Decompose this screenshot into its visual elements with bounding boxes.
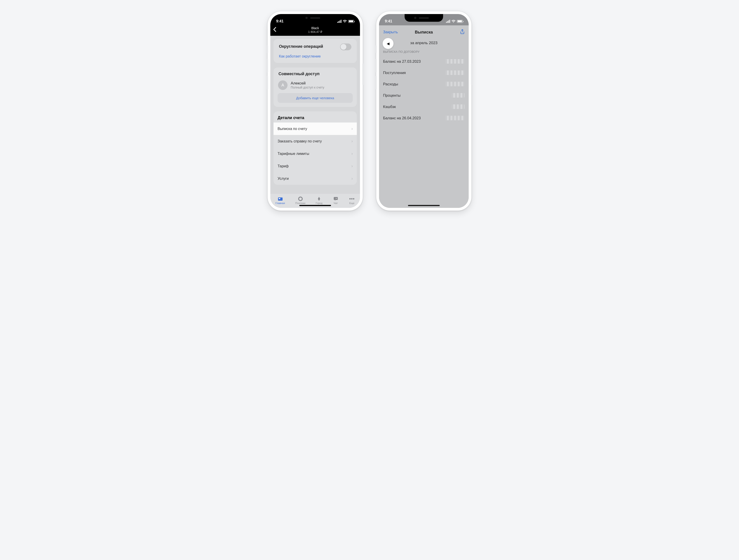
- notch: [296, 14, 334, 22]
- tab-home[interactable]: Главная: [276, 196, 285, 204]
- row-label: Баланс на 26.04.2023: [383, 116, 421, 120]
- chevron-right-icon: ›: [351, 151, 353, 156]
- blurred-value: [451, 104, 465, 109]
- side-button: [267, 59, 268, 73]
- row-expenses: Расходы: [379, 78, 469, 90]
- sheet-nav: Закрыть Выписка: [379, 27, 469, 38]
- item-label: Услуги: [278, 177, 289, 181]
- status-icons: [337, 20, 354, 23]
- battery-icon: [457, 20, 463, 23]
- home-indicator[interactable]: [408, 205, 440, 206]
- svg-rect-4: [335, 198, 337, 198]
- chevron-right-icon: ›: [351, 164, 353, 168]
- wifi-icon: [451, 20, 456, 23]
- side-button: [267, 76, 268, 90]
- phone-right: 9:41 Закрыть Выписка ◀ за апрель 2023 Вы…: [376, 11, 471, 211]
- tab-more[interactable]: Еще: [349, 196, 355, 204]
- side-button: [267, 45, 268, 53]
- row-balance-start: Баланс на 27.03.2023: [379, 56, 469, 67]
- shared-access-card: Совместный доступ А Алексей Полный досту…: [274, 67, 357, 107]
- row-cashback: Кэшбэк: [379, 101, 469, 112]
- tab-label: Еще: [349, 202, 354, 204]
- rounding-title: Округление операций: [279, 44, 323, 49]
- back-button[interactable]: [273, 26, 276, 33]
- notch: [405, 14, 443, 22]
- svg-rect-5: [349, 198, 351, 199]
- tab-payments[interactable]: Платежи: [295, 196, 305, 204]
- wifi-icon: [343, 20, 347, 23]
- svg-rect-6: [351, 198, 352, 199]
- row-label: Проценты: [383, 93, 401, 98]
- svg-rect-1: [279, 198, 280, 199]
- prev-period-button[interactable]: ◀: [383, 38, 394, 49]
- row-income: Поступления: [379, 67, 469, 78]
- home-indicator[interactable]: [299, 205, 331, 206]
- more-icon: [349, 196, 355, 201]
- status-time: 9:41: [385, 19, 392, 23]
- home-icon: [277, 196, 283, 201]
- user-role: Полный доступ к счету: [291, 86, 324, 89]
- row-interest: Проценты: [379, 90, 469, 101]
- close-button[interactable]: Закрыть: [383, 30, 398, 34]
- battery-icon: [348, 20, 354, 23]
- screen-left: 9:41 Black 1 804,47 ₽ Округление операци…: [270, 14, 360, 208]
- side-button: [471, 63, 472, 85]
- item-label: Тарифные лимиты: [278, 152, 309, 156]
- details-item-tariff[interactable]: Тариф ›: [274, 160, 357, 172]
- phone-left: 9:41 Black 1 804,47 ₽ Округление операци…: [268, 11, 363, 211]
- row-balance-end: Баланс на 26.04.2023: [379, 112, 469, 124]
- signal-icon: [446, 20, 450, 23]
- tab-label: Платежи: [295, 202, 305, 204]
- row-label: Расходы: [383, 82, 398, 86]
- blurred-value: [451, 93, 465, 98]
- statement-rows: Баланс на 27.03.2023 Поступления Расходы…: [379, 56, 469, 208]
- rounding-help-link[interactable]: Как работает округление: [278, 53, 353, 59]
- header-balance: 1 804,47 ₽: [274, 30, 357, 33]
- row-label: Кэшбэк: [383, 105, 396, 109]
- blurred-value: [445, 116, 465, 120]
- svg-point-2: [299, 197, 302, 200]
- status-time: 9:41: [276, 19, 283, 23]
- tab-city[interactable]: Город: [316, 196, 322, 204]
- row-label: Поступления: [383, 71, 406, 75]
- tab-label: Главная: [276, 202, 285, 204]
- shared-user[interactable]: А Алексей Полный доступ к счету: [278, 79, 353, 93]
- item-label: Тариф: [278, 164, 289, 168]
- chat-icon: [333, 196, 339, 201]
- screen-right: 9:41 Закрыть Выписка ◀ за апрель 2023 Вы…: [379, 14, 469, 208]
- payments-icon: [297, 196, 303, 201]
- tab-label: Город: [316, 202, 322, 204]
- header-title: Black: [274, 26, 357, 30]
- side-button: [376, 76, 377, 90]
- tab-chat[interactable]: Чат: [333, 196, 339, 204]
- city-icon: [316, 196, 322, 201]
- side-button: [376, 45, 377, 53]
- period-label: за апрель 2023: [410, 41, 437, 45]
- details-title: Детали счета: [274, 111, 357, 123]
- rounding-card: Округление операций Как работает округле…: [274, 39, 357, 63]
- details-list: Детали счета Выписка по счету › Заказать…: [274, 111, 357, 185]
- header-bar: Black 1 804,47 ₽: [270, 25, 360, 36]
- add-person-button[interactable]: Добавить еще человека: [278, 93, 353, 103]
- chevron-right-icon: ›: [351, 139, 353, 144]
- chevron-right-icon: ›: [351, 176, 353, 181]
- tab-label: Чат: [334, 202, 338, 204]
- blurred-value: [445, 71, 465, 75]
- rounding-toggle[interactable]: [340, 43, 351, 50]
- blurred-value: [445, 82, 465, 86]
- details-item-services[interactable]: Услуги ›: [274, 172, 357, 185]
- status-icons: [446, 20, 463, 23]
- details-item-limits[interactable]: Тарифные лимиты ›: [274, 147, 357, 160]
- details-item-certificate[interactable]: Заказать справку по счету ›: [274, 135, 357, 147]
- details-item-statement[interactable]: Выписка по счету ›: [274, 123, 357, 135]
- content: Округление операций Как работает округле…: [270, 36, 360, 193]
- signal-icon: [337, 20, 341, 23]
- share-button[interactable]: [460, 29, 465, 35]
- svg-rect-7: [353, 198, 354, 199]
- section-label: Выписка по договору: [379, 50, 469, 56]
- svg-rect-0: [278, 197, 283, 200]
- chevron-right-icon: ›: [351, 126, 353, 131]
- item-label: Выписка по счету: [278, 127, 307, 131]
- user-name: Алексей: [291, 81, 324, 86]
- side-button: [376, 59, 377, 73]
